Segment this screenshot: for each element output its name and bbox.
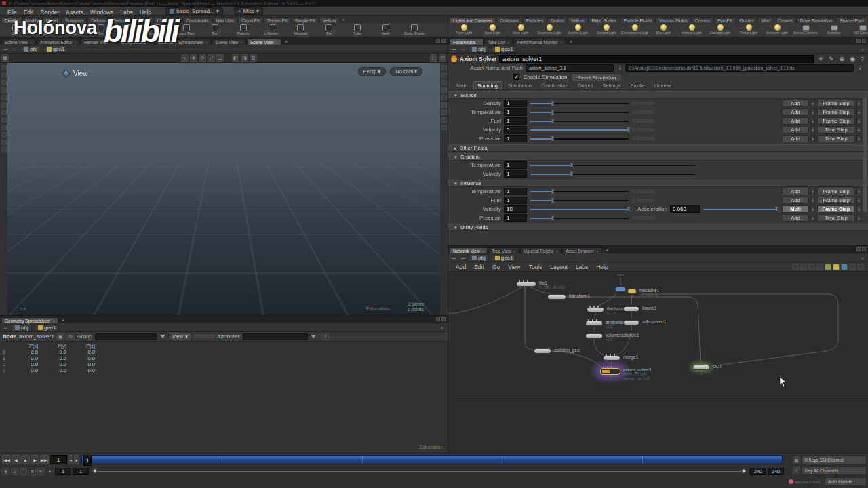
pane-tab-animation-editor[interactable]: Animation Editor× xyxy=(37,39,80,45)
back-arrow-icon[interactable]: ← xyxy=(3,46,9,52)
wire-toggle-icon[interactable] xyxy=(441,73,447,78)
shelf-tool-indirect-light[interactable]: Indirect Light xyxy=(677,24,706,35)
desktop-selector[interactable]: basic_Spread...▾ xyxy=(165,7,223,15)
close-tab-icon[interactable]: × xyxy=(556,249,559,253)
param-tab-profile[interactable]: Profile xyxy=(627,82,649,89)
filter-icon[interactable] xyxy=(160,335,165,338)
info-icon[interactable]: ◉ xyxy=(848,56,856,62)
secure-icon[interactable]: ◨ xyxy=(241,54,248,62)
shelf-tool-draw-curve[interactable]: Draw Curve xyxy=(144,24,172,35)
shelf-tab-deform[interactable]: Deform xyxy=(87,17,108,23)
param-tab-output[interactable]: Output xyxy=(574,82,597,89)
close-tab-icon[interactable]: × xyxy=(560,41,563,45)
keyframe-icon[interactable]: ▦ xyxy=(793,456,800,464)
chevron-down-icon[interactable]: ▾ xyxy=(856,205,861,213)
aa-toggle-icon[interactable] xyxy=(441,125,447,130)
chevron-down-icon[interactable]: ▾ xyxy=(810,117,815,125)
pane-tab-parameters[interactable]: Parameters× xyxy=(450,39,484,45)
breadcrumb-node[interactable]: geo1 xyxy=(35,324,60,331)
param-value-field[interactable]: 1 xyxy=(504,135,527,142)
breadcrumb-root[interactable]: obj xyxy=(469,254,489,262)
node-filecache1[interactable] xyxy=(627,289,637,294)
dopnet-icon[interactable]: ≡ xyxy=(37,468,45,475)
layout-icon[interactable]: ⛶ xyxy=(430,54,437,62)
select-icon[interactable]: ↖ xyxy=(181,54,189,62)
chevron-down-icon[interactable]: ▾ xyxy=(856,108,861,116)
node-file1[interactable] xyxy=(516,281,536,287)
param-tab-main[interactable]: Main xyxy=(452,82,471,89)
asset-name-field[interactable]: axiom_solver_3.1 xyxy=(526,64,614,72)
stop-button[interactable]: ■ xyxy=(21,455,30,464)
shelf-tab-guides[interactable]: Guides xyxy=(736,17,757,23)
shelf-tab-add[interactable]: + xyxy=(340,17,347,23)
chevron-down-icon[interactable]: ▾ xyxy=(810,205,815,213)
pane-tab-new[interactable]: + xyxy=(282,38,291,45)
play-backward-button[interactable]: ◀ xyxy=(12,455,20,464)
close-tab-icon[interactable]: × xyxy=(596,249,599,253)
shelf-tab-hair-utils[interactable]: Hair Utils xyxy=(213,17,237,23)
pane-tab-material-palette[interactable]: Material Palette× xyxy=(520,247,562,253)
scale-icon[interactable]: ⤢ xyxy=(208,54,215,62)
anim-options-icon[interactable]: ⌒ xyxy=(20,468,27,475)
step-dropdown[interactable]: Frame Step xyxy=(817,117,855,125)
breadcrumb-root[interactable]: obj xyxy=(12,324,32,331)
jump-to-start-button[interactable]: |◀◀ xyxy=(2,455,11,464)
pane-maximize-icon[interactable] xyxy=(436,317,440,321)
move-icon[interactable]: ✥ xyxy=(190,54,197,62)
step-dropdown[interactable]: Frame Step xyxy=(817,197,855,204)
node-bound1[interactable] xyxy=(623,306,639,312)
pane-tab-asset-browser[interactable]: Asset Browser× xyxy=(562,247,601,253)
step-dropdown[interactable]: Frame Step xyxy=(817,108,855,116)
param-value-field[interactable]: 1 xyxy=(504,161,527,169)
close-tab-icon[interactable]: × xyxy=(148,41,151,45)
shelf-tab-polygons[interactable]: Polygons xyxy=(62,17,87,23)
range-slider[interactable] xyxy=(93,468,746,475)
pane-tab-network-view[interactable]: Network View× xyxy=(450,247,488,253)
pane-tab-new[interactable]: + xyxy=(567,38,576,45)
chevron-down-icon[interactable]: ▾ xyxy=(856,197,861,204)
asset-path-field[interactable]: C:/AnalogCG/Documents/houdini19.5/otls/a… xyxy=(625,64,854,72)
light-tool-icon[interactable] xyxy=(1,117,7,123)
shelf-tool-l-system[interactable]: L-System xyxy=(258,24,286,35)
shelf-tool-ambient-light[interactable]: Ambient Light xyxy=(763,24,791,35)
shelf-tool-torus[interactable]: Torus xyxy=(58,24,87,35)
section-header-utility-fields[interactable]: ▼Utility Fields xyxy=(448,224,868,231)
pose-icon[interactable]: ◧ xyxy=(232,54,239,62)
operation-dropdown[interactable]: Add xyxy=(782,100,809,107)
display-toggle-icon[interactable] xyxy=(441,65,447,70)
step-dropdown[interactable]: Time Step xyxy=(817,135,855,142)
frame-step-forward-button[interactable]: ▸ xyxy=(74,455,79,464)
breadcrumb-root[interactable]: obj xyxy=(469,45,489,53)
view-dropdown[interactable]: View ▾ xyxy=(168,333,192,340)
close-tab-icon[interactable]: × xyxy=(478,41,481,45)
shelf-tab-rigging[interactable]: Rigging xyxy=(132,17,153,23)
display-options-icon[interactable]: ◫ xyxy=(439,54,446,62)
param-slider[interactable] xyxy=(530,161,695,169)
badge-yellow-icon[interactable] xyxy=(833,264,840,270)
current-frame-field[interactable]: 1 xyxy=(50,455,67,464)
node-axiom-solver1[interactable] xyxy=(600,368,620,375)
pane-maximize-icon[interactable] xyxy=(856,39,861,43)
refresh-icon[interactable]: ↻ xyxy=(67,333,75,340)
shelf-tool-curve[interactable]: Curve xyxy=(115,24,144,35)
operation-dropdown[interactable]: Mult xyxy=(782,205,809,213)
cam-tool-icon[interactable] xyxy=(1,125,7,130)
param-slider[interactable] xyxy=(530,126,629,134)
overview-icon[interactable] xyxy=(857,264,864,270)
shelf-tab-model[interactable]: Model xyxy=(43,17,62,23)
chevron-down-icon[interactable]: ▾ xyxy=(810,135,815,142)
enable-simulation-checkbox[interactable]: ✓ xyxy=(513,74,519,80)
realtime-toggle-icon[interactable]: ① xyxy=(28,468,36,475)
node-volumerasterize1[interactable] xyxy=(585,333,603,339)
node-out[interactable] xyxy=(692,365,710,370)
close-tab-icon[interactable]: × xyxy=(241,41,243,45)
isolate-tool-icon[interactable] xyxy=(1,87,7,93)
chevron-down-icon[interactable]: ▾ xyxy=(618,64,623,72)
grid-toggle-icon[interactable] xyxy=(441,102,447,108)
chevron-down-icon[interactable]: ▾ xyxy=(810,214,815,222)
shelf-tool-stereo-camera[interactable]: Stereo Camera xyxy=(791,25,820,35)
param-slider[interactable] xyxy=(530,108,629,116)
handle-tool-icon[interactable] xyxy=(1,73,7,78)
param-slider[interactable] xyxy=(703,205,778,213)
shelf-tab-simple-fx[interactable]: Simple FX xyxy=(292,17,319,23)
